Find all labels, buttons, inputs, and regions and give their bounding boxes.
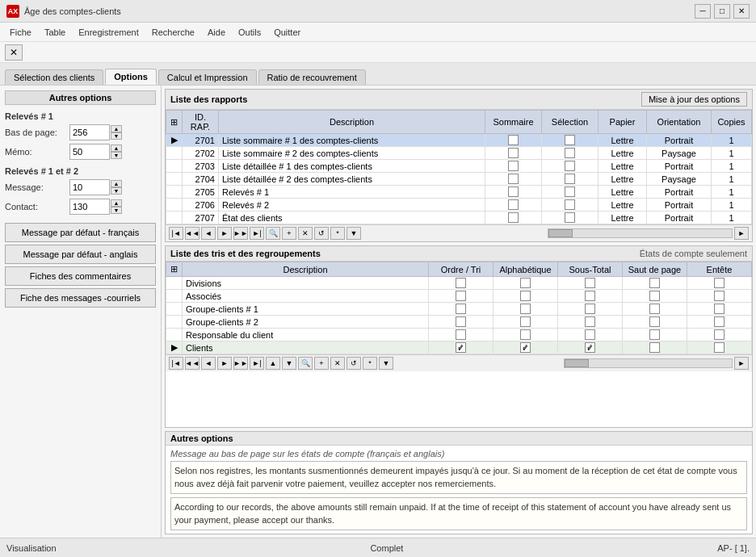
maximize-button[interactable]: □ [714,4,730,19]
chk-entete[interactable] [714,329,724,340]
sorts-nav-down[interactable]: ▼ [282,357,296,370]
table-row[interactable]: Divisions [166,277,752,290]
chk-ordre[interactable] [456,278,466,288]
message-down[interactable]: ▼ [111,187,122,195]
chk-alpha[interactable] [520,316,531,327]
sorts-nav-next[interactable]: ► [217,357,232,370]
minimize-button[interactable]: ─ [695,4,711,19]
bas-de-page-down[interactable]: ▼ [111,132,122,140]
bas-de-page-up[interactable]: ▲ [111,125,122,132]
sort-row-ordre[interactable] [429,329,494,341]
chk-alpha[interactable]: ✓ [520,342,531,353]
menu-quitter[interactable]: Quitter [267,26,307,39]
sorts-nav-refresh[interactable]: ↺ [346,357,361,370]
nav-scroll-right[interactable]: ► [734,227,749,240]
table-row[interactable]: 2703 Liste détaillée # 1 des comptes-cli… [166,160,752,173]
sort-row-alpha[interactable] [494,290,558,303]
sort-row-sous[interactable] [558,329,623,341]
chk-entete[interactable] [714,342,724,353]
btn-message-en[interactable]: Message par défaut - anglais [5,245,156,264]
nav-asterisk[interactable]: * [330,227,345,240]
table-row[interactable]: ▶ 2701 Liste sommaire # 1 des comptes-cl… [166,134,752,147]
btn-fiches-commentaires[interactable]: Fiches des commentaires [5,266,156,286]
reports-scrollbar[interactable] [548,228,733,238]
chk-selection[interactable] [565,148,575,158]
sort-row-saut[interactable] [623,341,687,354]
chk-ordre[interactable] [456,304,466,314]
sort-row-entete[interactable] [687,341,752,354]
row-sommaire[interactable] [485,160,542,173]
sort-row-sous[interactable] [558,277,623,290]
chk-saut[interactable] [649,342,660,353]
toolbar-close-btn[interactable]: ✕ [5,44,23,61]
memo-up[interactable]: ▲ [111,144,122,152]
memo-down[interactable]: ▼ [111,152,122,159]
tab-selection[interactable]: Sélection des clients [5,69,103,85]
options-message-en[interactable]: According to our records, the above amou… [170,497,747,530]
nav-next[interactable]: ► [217,227,232,240]
chk-saut[interactable] [649,291,660,301]
sort-row-alpha[interactable] [494,303,558,316]
sorts-nav-next-page[interactable]: ►► [233,357,248,370]
chk-sous[interactable] [585,329,595,340]
row-selection[interactable] [542,173,598,186]
sort-row-sous[interactable] [558,316,623,329]
chk-selection[interactable] [565,212,575,223]
update-options-btn[interactable]: Mise à jour des options [641,92,747,107]
chk-entete[interactable] [714,316,724,327]
memo-spinner[interactable]: ▲ ▼ [111,144,122,159]
menu-fiche[interactable]: Fiche [3,26,38,39]
nav-del[interactable]: ✕ [298,227,313,240]
bas-de-page-input[interactable] [69,124,110,140]
contact-spinner[interactable]: ▲ ▼ [111,199,122,214]
table-row[interactable]: Groupe-clients # 1 [166,303,752,316]
chk-sommaire[interactable] [508,174,519,184]
row-sommaire[interactable] [485,186,542,199]
menu-aide[interactable]: Aide [201,26,232,39]
table-row[interactable]: Groupe-clients # 2 [166,316,752,329]
sort-row-ordre[interactable] [429,290,494,303]
sort-row-sous[interactable]: ✓ [558,341,623,354]
chk-sous[interactable]: ✓ [585,342,595,353]
nav-next-page[interactable]: ►► [233,227,248,240]
table-row[interactable]: 2706 Relevés # 2 Lettre Portrait 1 [166,199,752,211]
sort-row-entete[interactable] [687,316,752,329]
row-sommaire[interactable] [485,173,542,186]
chk-selection[interactable] [565,135,575,145]
row-selection[interactable] [542,186,598,199]
nav-last[interactable]: ►| [250,227,264,240]
nav-add[interactable]: + [282,227,296,240]
chk-saut[interactable] [649,329,660,340]
contact-input[interactable] [69,199,110,215]
chk-ordre[interactable]: ✓ [456,342,466,353]
sorts-nav-up[interactable]: ▲ [266,357,280,370]
chk-saut[interactable] [649,316,660,327]
sort-row-ordre[interactable] [429,277,494,290]
chk-sous[interactable] [585,316,595,327]
sort-row-saut[interactable] [623,303,687,316]
nav-search[interactable]: 🔍 [266,227,280,240]
sort-row-alpha[interactable]: ✓ [494,341,558,354]
chk-alpha[interactable] [520,329,531,340]
chk-sommaire[interactable] [508,212,519,223]
chk-entete[interactable] [714,278,724,288]
btn-message-fr[interactable]: Message par défaut - français [5,223,156,242]
chk-saut[interactable] [649,304,660,314]
chk-selection[interactable] [565,174,575,184]
message-up[interactable]: ▲ [111,180,122,187]
menu-enregistrement[interactable]: Enregistrement [72,26,145,39]
chk-sous[interactable] [585,304,595,314]
chk-ordre[interactable] [456,329,466,340]
options-message-fr[interactable]: Selon nos registres, les montants susmen… [170,461,747,494]
nav-filter[interactable]: ▼ [346,227,361,240]
nav-refresh[interactable]: ↺ [314,227,329,240]
row-selection[interactable] [542,211,598,224]
sorts-nav-prev[interactable]: ◄ [201,357,216,370]
sort-row-sous[interactable] [558,290,623,303]
contact-down[interactable]: ▼ [111,207,122,214]
table-row[interactable]: ▶ Clients ✓ ✓ ✓ [166,341,752,354]
sort-row-ordre[interactable]: ✓ [429,341,494,354]
chk-entete[interactable] [714,291,724,301]
sort-row-alpha[interactable] [494,316,558,329]
table-row[interactable]: 2704 Liste détaillée # 2 des comptes-cli… [166,173,752,186]
